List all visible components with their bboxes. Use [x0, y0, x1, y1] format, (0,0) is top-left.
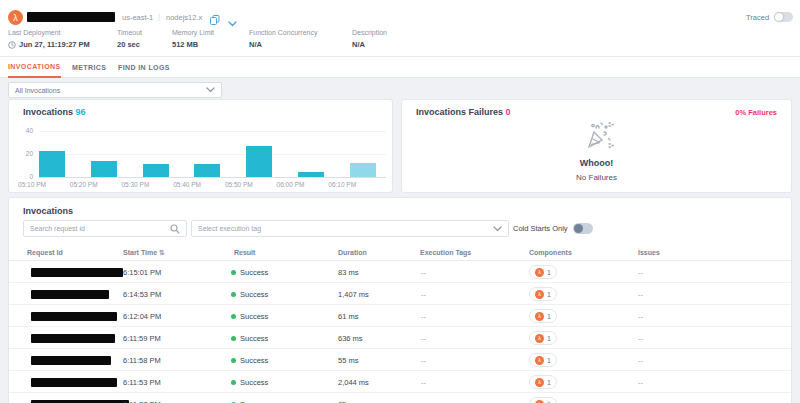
issues-cell: --	[638, 356, 643, 365]
components-badge[interactable]: λ1	[529, 265, 557, 279]
no-failures-subtext: No Failures	[402, 173, 791, 182]
meta-column: Last DeploymentJun 27, 11:19:27 PM	[8, 29, 90, 49]
x-axis-tick: 05:40 PM	[165, 181, 209, 188]
invocations-filter-select[interactable]: All Invocations	[8, 82, 222, 98]
copy-icon[interactable]	[210, 11, 220, 29]
success-dot	[231, 358, 236, 363]
lambda-icon: λ	[535, 290, 544, 299]
gridline	[39, 154, 386, 155]
meta-label: Timeout	[117, 29, 142, 36]
cold-starts-toggle[interactable]	[573, 223, 593, 234]
chevron-down-icon	[206, 87, 215, 93]
components-badge[interactable]: λ1	[529, 375, 557, 389]
invocation-bar[interactable]	[350, 163, 376, 177]
invocation-bar[interactable]	[298, 172, 324, 177]
column-header-duration[interactable]: Duration	[338, 249, 367, 256]
start-time-cell: 6:11:53 PM	[123, 378, 161, 387]
table-row[interactable]: 6:12:04 PMSuccess61 ms--λ1--	[9, 305, 791, 327]
chart-title: Invocations 96	[23, 107, 86, 117]
components-badge[interactable]: λ1	[529, 331, 557, 345]
column-header-start-time[interactable]: Start Time ⇅	[123, 249, 165, 257]
invocations-count: 96	[76, 107, 86, 117]
column-header-request-id[interactable]: Request Id	[27, 249, 63, 256]
result-cell: Success	[240, 290, 268, 299]
tab-metrics[interactable]: METRICS	[72, 57, 106, 78]
invocation-bar[interactable]	[143, 164, 169, 177]
column-header-execution-tags[interactable]: Execution Tags	[420, 249, 471, 256]
success-dot	[231, 336, 236, 341]
lambda-icon: λ	[535, 312, 544, 321]
table-row[interactable]: 6:11:59 PMSuccess636 ms--λ1--	[9, 327, 791, 349]
table-header-row: Request IdStart Time ⇅ResultDurationExec…	[9, 244, 791, 261]
components-badge[interactable]: λ1	[529, 287, 557, 301]
y-axis-tick: 40	[13, 127, 33, 134]
success-dot	[231, 292, 236, 297]
traced-toggle[interactable]	[774, 12, 793, 22]
lambda-icon: λ	[8, 10, 23, 25]
column-header-result[interactable]: Result	[234, 249, 255, 256]
execution-tags-cell: --	[421, 268, 426, 277]
components-badge[interactable]: λ1	[529, 353, 557, 367]
column-header-components[interactable]: Components	[529, 249, 572, 256]
table-row[interactable]: 6:15:01 PMSuccess83 ms--λ1--	[9, 261, 791, 283]
meta-value: N/A	[249, 40, 317, 49]
meta-value: N/A	[352, 40, 387, 49]
table-row[interactable]: 6:11:53 PMSuccess2,044 ms--λ1--	[9, 371, 791, 393]
components-count: 1	[547, 357, 551, 364]
invocations-table-panel: Invocations Search request id Select exe…	[8, 197, 792, 403]
table-row[interactable]: 6:11:37 PMSuccess85 ms--λ1--	[9, 393, 791, 403]
components-count: 1	[547, 335, 551, 342]
components-count: 1	[547, 269, 551, 276]
table-row[interactable]: 6:14:53 PMSuccess1,407 ms--λ1--	[9, 283, 791, 305]
x-axis-tick: 06:00 PM	[269, 181, 313, 188]
request-id-redacted	[31, 378, 117, 387]
region-label: us-east-1	[122, 13, 153, 22]
start-time-cell: 6:12:04 PM	[123, 312, 161, 321]
search-icon	[170, 224, 180, 234]
function-header: λ us-east-1 | nodejs12.x Traced Last Dep…	[0, 0, 800, 57]
invocations-chart-panel: Invocations 96 4020005:10 PM05:20 PM05:3…	[8, 99, 393, 193]
success-dot	[231, 270, 236, 275]
request-id-redacted	[31, 356, 111, 365]
invocation-bar[interactable]	[39, 151, 65, 177]
request-id-redacted	[31, 312, 117, 321]
meta-value: Jun 27, 11:19:27 PM	[8, 40, 90, 49]
duration-cell: 2,044 ms	[338, 378, 369, 387]
duration-cell: 1,407 ms	[338, 290, 369, 299]
chevron-down-icon[interactable]	[228, 13, 237, 31]
gridline	[39, 177, 386, 178]
execution-tags-cell: --	[421, 312, 426, 321]
party-popper-icon	[402, 117, 791, 157]
failures-title: Invocations Failures 0	[416, 107, 511, 117]
lambda-icon: λ	[535, 400, 544, 403]
components-badge[interactable]: λ1	[529, 309, 557, 323]
invocation-bar[interactable]	[246, 146, 272, 177]
issues-cell: --	[638, 312, 643, 321]
start-time-cell: 6:11:58 PM	[123, 356, 161, 365]
tab-invocations[interactable]: INVOCATIONS	[8, 57, 61, 78]
table-title: Invocations	[23, 206, 73, 216]
function-name-redacted	[27, 12, 115, 22]
components-badge[interactable]: λ1	[529, 397, 557, 403]
execution-tags-cell: --	[421, 378, 426, 387]
lambda-icon: λ	[535, 356, 544, 365]
components-count: 1	[547, 313, 551, 320]
components-count: 1	[547, 291, 551, 298]
meta-label: Last Deployment	[8, 29, 90, 36]
meta-value: 20 sec	[117, 40, 142, 49]
request-id-redacted	[31, 290, 109, 299]
x-axis-tick: 05:20 PM	[62, 181, 106, 188]
column-header-issues[interactable]: Issues	[638, 249, 660, 256]
sort-icon[interactable]: ⇅	[157, 249, 165, 256]
meta-label: Function Concurrency	[249, 29, 317, 36]
lambda-icon: λ	[535, 378, 544, 387]
invocation-bar[interactable]	[91, 161, 117, 177]
execution-tag-select[interactable]: Select execution tag	[191, 220, 509, 237]
table-row[interactable]: 6:11:58 PMSuccess55 ms--λ1--	[9, 349, 791, 371]
search-request-id-input[interactable]: Search request id	[23, 220, 187, 237]
tag-placeholder: Select execution tag	[198, 225, 261, 232]
lambda-icon: λ	[535, 268, 544, 277]
separator: |	[158, 12, 160, 21]
tab-find-in-logs[interactable]: FIND IN LOGS	[118, 57, 170, 78]
invocation-bar[interactable]	[194, 164, 220, 177]
